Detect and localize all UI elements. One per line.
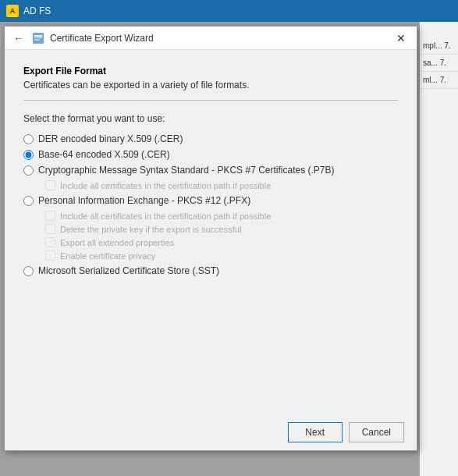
bg-window-items: mpl... 7. sa... 7. ml... 7.	[420, 37, 458, 89]
label-pkcs12[interactable]: Personal Information Exchange - PKCS #12…	[38, 195, 250, 206]
label-sst[interactable]: Microsoft Serialized Certificate Store (…	[38, 265, 219, 276]
dialog-titlebar: ← Certificate Export Wizard ✕	[5, 27, 417, 50]
pkcs12-include-certs[interactable]: Include all certificates in the certific…	[45, 211, 398, 221]
wizard-icon	[31, 31, 45, 45]
checkbox-delete-key[interactable]	[45, 224, 55, 234]
bg-item-1: mpl... 7.	[420, 37, 458, 55]
dialog-title-left: ← Certificate Export Wizard	[11, 30, 154, 46]
svg-rect-2	[34, 37, 42, 38]
checkbox-pkcs7-include[interactable]	[45, 180, 55, 190]
label-pkcs12-include: Include all certificates in the certific…	[60, 211, 271, 221]
option-der[interactable]: DER encoded binary X.509 (.CER)	[23, 133, 398, 144]
label-pkcs7-include: Include all certificates in the certific…	[60, 181, 271, 190]
label-base64[interactable]: Base-64 encoded X.509 (.CER)	[38, 149, 170, 160]
checkbox-export-extended[interactable]	[45, 237, 55, 247]
label-enable-privacy: Enable certificate privacy	[60, 251, 155, 261]
section-desc: Certificates can be exported in a variet…	[23, 80, 398, 91]
label-export-extended: Export all extended properties	[60, 238, 174, 247]
main-area: mpl... 7. sa... 7. ml... 7. ←	[0, 22, 458, 476]
taskbar-icon: A	[6, 5, 19, 17]
back-button[interactable]: ←	[11, 30, 27, 46]
dialog-title: Certificate Export Wizard	[50, 33, 154, 44]
cancel-button[interactable]: Cancel	[349, 422, 404, 442]
checkbox-enable-privacy[interactable]	[45, 250, 55, 261]
certificate-export-dialog: ← Certificate Export Wizard ✕ Export Fil…	[4, 26, 417, 451]
radio-sst[interactable]	[23, 266, 34, 276]
dialog-footer: Next Cancel	[5, 414, 417, 450]
radio-base64[interactable]	[23, 150, 34, 160]
option-sst[interactable]: Microsoft Serialized Certificate Store (…	[23, 265, 398, 276]
bg-item-2: sa... 7.	[420, 55, 458, 72]
taskbar-title: AD FS	[23, 5, 51, 16]
dialog-body: Export File Format Certificates can be e…	[5, 50, 417, 414]
radio-der[interactable]	[23, 134, 34, 144]
radio-pkcs12[interactable]	[23, 196, 34, 206]
label-delete-key: Delete the private key if the export is …	[60, 225, 241, 234]
pkcs7-suboptions: Include all certificates in the certific…	[45, 180, 398, 190]
options-list: DER encoded binary X.509 (.CER) Base-64 …	[23, 133, 398, 281]
svg-rect-3	[34, 39, 40, 40]
bg-item-3: ml... 7.	[420, 72, 458, 89]
divider	[23, 100, 398, 101]
pkcs7-include-certs[interactable]: Include all certificates in the certific…	[45, 180, 398, 190]
pkcs12-export-extended[interactable]: Export all extended properties	[45, 237, 398, 247]
bg-window: mpl... 7. sa... 7. ml... 7.	[419, 22, 458, 476]
checkbox-pkcs12-include[interactable]	[45, 211, 55, 221]
close-button[interactable]: ✕	[392, 29, 410, 48]
pkcs12-delete-key[interactable]: Delete the private key if the export is …	[45, 224, 398, 234]
taskbar: A AD FS	[0, 0, 458, 22]
option-base64[interactable]: Base-64 encoded X.509 (.CER)	[23, 149, 398, 160]
pkcs12-enable-privacy[interactable]: Enable certificate privacy	[45, 250, 398, 261]
label-pkcs7[interactable]: Cryptographic Message Syntax Standard - …	[38, 165, 335, 176]
section-header: Export File Format	[23, 66, 398, 76]
label-der[interactable]: DER encoded binary X.509 (.CER)	[38, 133, 183, 144]
pkcs12-suboptions: Include all certificates in the certific…	[45, 211, 398, 261]
option-pkcs12[interactable]: Personal Information Exchange - PKCS #12…	[23, 195, 398, 206]
option-pkcs7[interactable]: Cryptographic Message Syntax Standard - …	[23, 165, 398, 176]
next-button[interactable]: Next	[288, 422, 343, 442]
radio-pkcs7[interactable]	[23, 165, 34, 176]
format-prompt: Select the format you want to use:	[23, 113, 398, 124]
svg-rect-1	[34, 35, 42, 37]
